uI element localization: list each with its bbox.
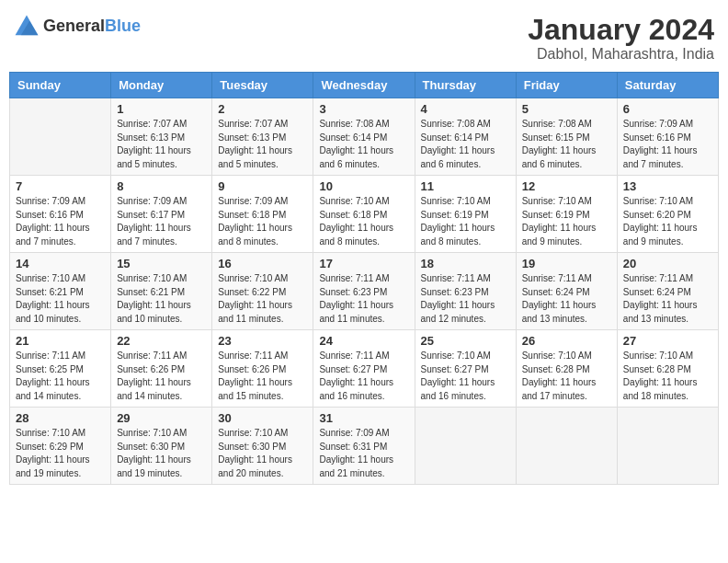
day-info: Sunrise: 7:11 AM Sunset: 6:24 PM Dayligh… [522,272,611,326]
day-number: 15 [117,257,206,270]
calendar-cell: 6Sunrise: 7:09 AM Sunset: 6:16 PM Daylig… [617,98,718,176]
month-title: January 2024 [528,14,714,46]
calendar-cell: 17Sunrise: 7:11 AM Sunset: 6:23 PM Dayli… [313,253,415,330]
calendar-cell: 27Sunrise: 7:10 AM Sunset: 6:28 PM Dayli… [617,330,718,408]
calendar-cell: 5Sunrise: 7:08 AM Sunset: 6:15 PM Daylig… [516,98,617,176]
day-number: 16 [218,257,307,270]
calendar-cell: 30Sunrise: 7:10 AM Sunset: 6:30 PM Dayli… [212,408,313,485]
day-info: Sunrise: 7:07 AM Sunset: 6:13 PM Dayligh… [218,118,307,171]
day-number: 5 [522,102,611,116]
day-info: Sunrise: 7:11 AM Sunset: 6:25 PM Dayligh… [16,350,105,403]
day-number: 8 [117,179,206,193]
day-number: 4 [421,102,510,116]
day-number: 24 [319,334,408,348]
day-number: 9 [218,179,307,193]
day-info: Sunrise: 7:10 AM Sunset: 6:22 PM Dayligh… [218,272,307,326]
calendar-cell: 18Sunrise: 7:11 AM Sunset: 6:23 PM Dayli… [415,253,516,330]
day-number: 17 [319,257,408,270]
weekday-header-sunday: Sunday [10,73,111,98]
day-number: 14 [16,257,105,270]
day-number: 11 [421,179,510,193]
day-number: 30 [218,411,307,425]
calendar-cell: 15Sunrise: 7:10 AM Sunset: 6:21 PM Dayli… [111,253,212,330]
weekday-header-monday: Monday [111,73,212,98]
day-number: 19 [522,257,611,270]
day-info: Sunrise: 7:11 AM Sunset: 6:26 PM Dayligh… [218,350,307,403]
day-number: 10 [319,179,408,193]
calendar-cell: 1Sunrise: 7:07 AM Sunset: 6:13 PM Daylig… [111,98,212,176]
calendar-cell: 10Sunrise: 7:10 AM Sunset: 6:18 PM Dayli… [313,176,415,253]
calendar-cell: 24Sunrise: 7:11 AM Sunset: 6:27 PM Dayli… [313,330,415,408]
day-info: Sunrise: 7:10 AM Sunset: 6:30 PM Dayligh… [117,427,206,480]
calendar-cell: 7Sunrise: 7:09 AM Sunset: 6:16 PM Daylig… [10,176,111,253]
day-info: Sunrise: 7:11 AM Sunset: 6:23 PM Dayligh… [421,272,510,326]
calendar-cell: 20Sunrise: 7:11 AM Sunset: 6:24 PM Dayli… [617,253,718,330]
weekday-header-tuesday: Tuesday [212,73,313,98]
logo-icon [14,14,40,40]
day-number: 18 [421,257,510,270]
calendar-cell: 16Sunrise: 7:10 AM Sunset: 6:22 PM Dayli… [212,253,313,330]
day-info: Sunrise: 7:10 AM Sunset: 6:30 PM Dayligh… [218,427,307,480]
calendar-week-row: 28Sunrise: 7:10 AM Sunset: 6:29 PM Dayli… [10,408,719,485]
day-info: Sunrise: 7:11 AM Sunset: 6:23 PM Dayligh… [319,272,408,326]
day-info: Sunrise: 7:10 AM Sunset: 6:19 PM Dayligh… [522,195,611,248]
day-number: 23 [218,334,307,348]
day-number: 25 [421,334,510,348]
day-number: 26 [522,334,611,348]
weekday-header-row: SundayMondayTuesdayWednesdayThursdayFrid… [10,73,719,98]
day-info: Sunrise: 7:10 AM Sunset: 6:19 PM Dayligh… [421,195,510,248]
day-number: 29 [117,411,206,425]
calendar-week-row: 21Sunrise: 7:11 AM Sunset: 6:25 PM Dayli… [10,330,719,408]
day-number: 12 [522,179,611,193]
calendar-cell: 28Sunrise: 7:10 AM Sunset: 6:29 PM Dayli… [10,408,111,485]
day-info: Sunrise: 7:10 AM Sunset: 6:28 PM Dayligh… [623,350,712,403]
day-info: Sunrise: 7:09 AM Sunset: 6:16 PM Dayligh… [16,195,105,248]
calendar-cell: 12Sunrise: 7:10 AM Sunset: 6:19 PM Dayli… [516,176,617,253]
calendar-cell [415,408,516,485]
day-info: Sunrise: 7:11 AM Sunset: 6:26 PM Dayligh… [117,350,206,403]
day-info: Sunrise: 7:10 AM Sunset: 6:18 PM Dayligh… [319,195,408,248]
calendar-week-row: 7Sunrise: 7:09 AM Sunset: 6:16 PM Daylig… [10,176,719,253]
day-info: Sunrise: 7:08 AM Sunset: 6:15 PM Dayligh… [522,118,611,171]
subtitle: Dabhol, Maharashtra, India [528,46,714,63]
day-number: 31 [319,411,408,425]
calendar-cell: 14Sunrise: 7:10 AM Sunset: 6:21 PM Dayli… [10,253,111,330]
day-info: Sunrise: 7:07 AM Sunset: 6:13 PM Dayligh… [117,118,206,171]
day-info: Sunrise: 7:10 AM Sunset: 6:27 PM Dayligh… [421,350,510,403]
day-number: 22 [117,334,206,348]
day-info: Sunrise: 7:10 AM Sunset: 6:20 PM Dayligh… [623,195,712,248]
day-number: 3 [319,102,408,116]
calendar-cell: 2Sunrise: 7:07 AM Sunset: 6:13 PM Daylig… [212,98,313,176]
day-number: 20 [623,257,712,270]
calendar-cell: 3Sunrise: 7:08 AM Sunset: 6:14 PM Daylig… [313,98,415,176]
title-area: January 2024 Dabhol, Maharashtra, India [528,14,714,63]
calendar-cell: 23Sunrise: 7:11 AM Sunset: 6:26 PM Dayli… [212,330,313,408]
calendar-cell: 31Sunrise: 7:09 AM Sunset: 6:31 PM Dayli… [313,408,415,485]
day-info: Sunrise: 7:11 AM Sunset: 6:24 PM Dayligh… [623,272,712,326]
day-number: 13 [623,179,712,193]
day-info: Sunrise: 7:10 AM Sunset: 6:28 PM Dayligh… [522,350,611,403]
calendar-table: SundayMondayTuesdayWednesdayThursdayFrid… [9,72,719,485]
calendar-cell: 11Sunrise: 7:10 AM Sunset: 6:19 PM Dayli… [415,176,516,253]
day-info: Sunrise: 7:09 AM Sunset: 6:18 PM Dayligh… [218,195,307,248]
calendar-cell [10,98,111,176]
calendar-cell: 29Sunrise: 7:10 AM Sunset: 6:30 PM Dayli… [111,408,212,485]
day-number: 21 [16,334,105,348]
calendar-cell: 9Sunrise: 7:09 AM Sunset: 6:18 PM Daylig… [212,176,313,253]
day-number: 1 [117,102,206,116]
weekday-header-friday: Friday [516,73,617,98]
calendar-cell: 26Sunrise: 7:10 AM Sunset: 6:28 PM Dayli… [516,330,617,408]
logo-text-general: General [43,17,105,35]
calendar-cell [516,408,617,485]
calendar-week-row: 14Sunrise: 7:10 AM Sunset: 6:21 PM Dayli… [10,253,719,330]
day-info: Sunrise: 7:09 AM Sunset: 6:16 PM Dayligh… [623,118,712,171]
calendar-cell: 8Sunrise: 7:09 AM Sunset: 6:17 PM Daylig… [111,176,212,253]
day-number: 2 [218,102,307,116]
calendar-cell: 19Sunrise: 7:11 AM Sunset: 6:24 PM Dayli… [516,253,617,330]
calendar-cell: 13Sunrise: 7:10 AM Sunset: 6:20 PM Dayli… [617,176,718,253]
day-info: Sunrise: 7:10 AM Sunset: 6:21 PM Dayligh… [16,272,105,326]
calendar-week-row: 1Sunrise: 7:07 AM Sunset: 6:13 PM Daylig… [10,98,719,176]
logo-text-blue: Blue [105,17,141,35]
calendar-cell: 21Sunrise: 7:11 AM Sunset: 6:25 PM Dayli… [10,330,111,408]
day-info: Sunrise: 7:10 AM Sunset: 6:21 PM Dayligh… [117,272,206,326]
